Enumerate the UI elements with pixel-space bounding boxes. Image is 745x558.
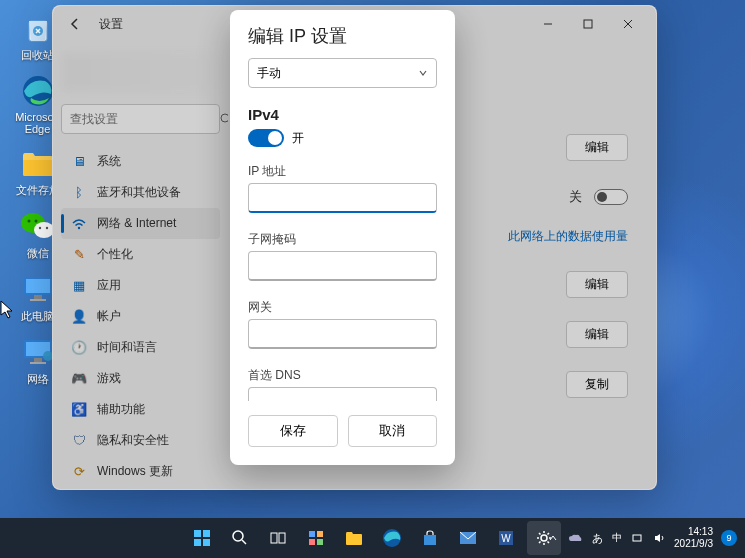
ip-mode-select[interactable]: 手动 xyxy=(248,58,437,88)
svg-rect-43 xyxy=(633,535,641,541)
svg-rect-12 xyxy=(30,299,46,301)
tray-extra[interactable]: あ xyxy=(590,531,604,545)
svg-line-30 xyxy=(242,540,246,544)
svg-rect-26 xyxy=(203,530,210,537)
desktop-icon-label: 网络 xyxy=(27,372,49,387)
taskbar-tray: あ 中 14:13 2021/9/3 9 xyxy=(546,526,737,550)
cancel-button[interactable]: 取消 xyxy=(348,415,438,447)
svg-text:W: W xyxy=(501,533,511,544)
gateway-input[interactable] xyxy=(248,319,437,349)
ip-address-input[interactable] xyxy=(248,183,437,213)
dialog-title: 编辑 IP 设置 xyxy=(230,10,455,58)
gateway-label: 网关 xyxy=(248,299,437,316)
mail-icon[interactable] xyxy=(451,521,485,555)
folder-icon xyxy=(20,145,56,181)
widgets-icon[interactable] xyxy=(299,521,333,555)
svg-rect-15 xyxy=(34,358,42,362)
wechat-icon xyxy=(20,208,56,244)
taskbar-center: W xyxy=(185,521,561,555)
onedrive-icon[interactable] xyxy=(568,531,582,545)
ime-indicator[interactable]: 中 xyxy=(612,531,622,545)
desktop-icon-label: 此电脑 xyxy=(21,309,54,324)
notification-badge[interactable]: 9 xyxy=(721,530,737,546)
clock-date: 2021/9/3 xyxy=(674,538,713,550)
recycle-bin-icon xyxy=(20,10,56,46)
svg-rect-32 xyxy=(279,533,285,543)
subnet-mask-input[interactable] xyxy=(248,251,437,281)
monitor-icon xyxy=(20,271,56,307)
clock-time: 14:13 xyxy=(674,526,713,538)
svg-point-29 xyxy=(233,531,243,541)
dialog-footer: 保存 取消 xyxy=(230,401,455,465)
svg-rect-27 xyxy=(194,539,201,546)
desktop-icon-label: 回收站 xyxy=(21,48,54,63)
network-monitor-icon xyxy=(20,334,56,370)
chevron-up-icon[interactable] xyxy=(546,531,560,545)
taskbar-clock[interactable]: 14:13 2021/9/3 xyxy=(674,526,713,550)
svg-rect-16 xyxy=(30,362,46,364)
svg-rect-33 xyxy=(309,531,315,537)
svg-point-4 xyxy=(34,222,54,238)
task-view-icon[interactable] xyxy=(261,521,295,555)
taskbar: W あ 中 14:13 2021/9/3 9 xyxy=(0,518,745,558)
subnet-mask-label: 子网掩码 xyxy=(248,231,437,248)
desktop-icon-label: 微信 xyxy=(27,246,49,261)
toggle-label-on: 开 xyxy=(292,130,304,147)
svg-rect-11 xyxy=(34,295,42,299)
ipv4-toggle[interactable] xyxy=(248,129,284,147)
edit-ip-dialog: 编辑 IP 设置 手动 IPv4 开 IP 地址 子网掩码 网关 首选 DNS … xyxy=(230,10,455,465)
volume-icon[interactable] xyxy=(652,531,666,545)
svg-rect-36 xyxy=(317,539,323,545)
search-taskbar-icon[interactable] xyxy=(223,521,257,555)
preferred-dns-label: 首选 DNS xyxy=(248,367,437,384)
preferred-dns-input[interactable] xyxy=(248,387,437,401)
explorer-icon[interactable] xyxy=(337,521,371,555)
store-icon[interactable] xyxy=(413,521,447,555)
svg-rect-38 xyxy=(424,535,436,545)
edge-taskbar-icon[interactable] xyxy=(375,521,409,555)
start-button[interactable] xyxy=(185,521,219,555)
word-icon[interactable]: W xyxy=(489,521,523,555)
network-tray-icon[interactable] xyxy=(630,531,644,545)
dialog-body: 手动 IPv4 开 IP 地址 子网掩码 网关 首选 DNS xyxy=(230,58,455,401)
select-value: 手动 xyxy=(257,65,281,82)
edge-icon xyxy=(20,73,56,109)
svg-rect-28 xyxy=(203,539,210,546)
svg-rect-34 xyxy=(317,531,323,537)
ipv4-heading: IPv4 xyxy=(248,106,437,123)
svg-point-5 xyxy=(27,220,30,223)
save-button[interactable]: 保存 xyxy=(248,415,338,447)
svg-rect-35 xyxy=(309,539,315,545)
chevron-down-icon xyxy=(418,68,428,78)
svg-point-17 xyxy=(43,351,53,361)
ip-address-label: IP 地址 xyxy=(248,163,437,180)
svg-point-7 xyxy=(38,227,40,229)
svg-point-6 xyxy=(34,220,37,223)
svg-rect-25 xyxy=(194,530,201,537)
svg-point-8 xyxy=(45,227,47,229)
svg-rect-10 xyxy=(26,279,50,293)
svg-rect-31 xyxy=(271,533,277,543)
